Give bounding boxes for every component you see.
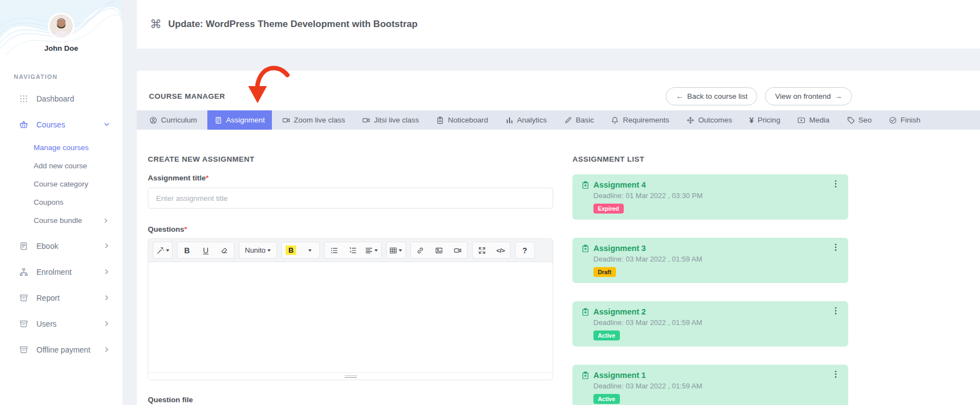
status-badge: Expired bbox=[593, 204, 624, 214]
editor-resize-handle[interactable] bbox=[148, 372, 553, 380]
move-icon bbox=[687, 116, 694, 124]
sub-item-label: Manage courses bbox=[34, 143, 89, 152]
sidebar-item-manage-courses[interactable]: Manage courses bbox=[0, 138, 122, 157]
numbered-list-icon bbox=[349, 247, 357, 254]
tab-pricing[interactable]: ¥ Pricing bbox=[742, 110, 788, 130]
sidebar-nav: Dashboard Courses Manage courses Add new… bbox=[0, 86, 122, 363]
tab-media[interactable]: Media bbox=[790, 110, 837, 130]
kebab-menu-icon[interactable]: ⋮ bbox=[832, 179, 840, 188]
tab-basic[interactable]: Basic bbox=[557, 110, 601, 130]
required-asterisk: * bbox=[206, 174, 208, 182]
assignment-title-input[interactable] bbox=[148, 188, 553, 209]
chevron-right-icon bbox=[103, 242, 110, 249]
table-dropdown[interactable] bbox=[387, 242, 405, 258]
tab-assignment[interactable]: Assignment bbox=[207, 110, 272, 130]
insert-picture-button[interactable] bbox=[430, 242, 448, 258]
magic-wand-icon bbox=[157, 247, 164, 254]
course-manager-tabs: Curriculum Assignment Zoom live class Ji… bbox=[137, 110, 980, 130]
book-icon bbox=[19, 242, 28, 251]
bar-chart-icon bbox=[506, 116, 513, 124]
tab-label: Jitsi live class bbox=[374, 116, 419, 124]
table-group bbox=[386, 242, 406, 259]
status-badge: Active bbox=[593, 331, 620, 340]
sub-item-label: Course bundle bbox=[34, 216, 82, 225]
help-button[interactable]: ? bbox=[516, 242, 534, 258]
paragraph-align-dropdown[interactable] bbox=[362, 242, 381, 258]
header-gap bbox=[137, 49, 980, 71]
insert-link-button[interactable] bbox=[411, 242, 430, 258]
align-icon bbox=[365, 247, 373, 254]
video-icon bbox=[282, 116, 290, 124]
assignment-card: Assignment 1 Deadline: 03 Mar 2022 , 01:… bbox=[572, 365, 848, 405]
kebab-menu-icon[interactable]: ⋮ bbox=[832, 370, 840, 378]
create-assignment-section: CREATE NEW ASSIGNMENT Assignment title* … bbox=[148, 155, 553, 405]
journal-icon bbox=[215, 116, 222, 124]
insert-video-button[interactable] bbox=[448, 242, 467, 258]
tab-finish[interactable]: Finish bbox=[882, 110, 928, 130]
assignment-title: Assignment 4 bbox=[581, 180, 839, 189]
tab-label: Finish bbox=[901, 116, 920, 124]
table-icon bbox=[389, 247, 397, 254]
sidebar-item-courses[interactable]: Courses bbox=[0, 111, 122, 137]
sidebar-item-label: Enrolment bbox=[36, 268, 72, 276]
question-mark-icon: ? bbox=[522, 246, 527, 255]
command-icon: ⌘ bbox=[150, 18, 162, 31]
courses-submenu: Manage courses Add new course Course cat… bbox=[0, 137, 122, 233]
sidebar-item-report[interactable]: Report bbox=[0, 285, 122, 311]
unordered-list-button[interactable] bbox=[325, 242, 344, 258]
sidebar-item-offline-payment[interactable]: Offline payment bbox=[0, 337, 122, 363]
sidebar-item-coupons[interactable]: Coupons bbox=[0, 193, 122, 211]
kebab-menu-icon[interactable]: ⋮ bbox=[832, 306, 840, 315]
fullscreen-icon bbox=[478, 247, 486, 254]
bold-icon: B bbox=[184, 246, 190, 255]
assignment-deadline: Deadline: 03 Mar 2022 , 01:59 AM bbox=[593, 255, 839, 263]
kebab-menu-icon[interactable]: ⋮ bbox=[832, 243, 840, 251]
bullet-list-icon bbox=[330, 247, 338, 254]
sidebar-item-users[interactable]: Users bbox=[0, 311, 122, 337]
sidebar-item-course-bundle[interactable]: Course bundle bbox=[0, 211, 122, 230]
font-family-dropdown[interactable]: Nunito bbox=[239, 242, 276, 258]
fullscreen-button[interactable] bbox=[473, 242, 491, 258]
back-button-label: Back to course list bbox=[687, 92, 748, 100]
magic-style-button[interactable] bbox=[153, 242, 172, 258]
tab-analytics[interactable]: Analytics bbox=[499, 110, 554, 130]
header-actions: ← Back to course list View on frontend → bbox=[666, 87, 852, 105]
status-badge: Draft bbox=[593, 267, 616, 277]
clear-format-button[interactable] bbox=[215, 242, 234, 258]
sidebar-item-label: Offline payment bbox=[36, 345, 90, 354]
user-circle-icon bbox=[149, 116, 157, 124]
bold-button[interactable]: B bbox=[178, 242, 196, 258]
caret-down-icon bbox=[374, 249, 378, 252]
code-view-button[interactable]: </> bbox=[491, 242, 510, 258]
text-color-button[interactable]: B bbox=[282, 242, 301, 258]
tab-label: Seo bbox=[859, 116, 872, 124]
sidebar-item-enrolment[interactable]: Enrolment bbox=[0, 259, 122, 285]
tab-label: Zoom live class bbox=[294, 116, 345, 124]
caret-down-icon bbox=[166, 249, 169, 252]
sidebar-item-add-new-course[interactable]: Add new course bbox=[0, 157, 122, 175]
tab-curriculum[interactable]: Curriculum bbox=[142, 110, 204, 130]
tab-label: Media bbox=[809, 116, 829, 124]
underline-button[interactable]: U bbox=[196, 242, 215, 258]
tab-seo[interactable]: Seo bbox=[840, 110, 879, 130]
tab-outcomes[interactable]: Outcomes bbox=[679, 110, 740, 130]
tab-requirements[interactable]: Requirements bbox=[604, 110, 676, 130]
font-color-icon: B bbox=[286, 246, 296, 255]
back-to-course-list-button[interactable]: ← Back to course list bbox=[666, 87, 757, 105]
tab-jitsi-live-class[interactable]: Jitsi live class bbox=[355, 110, 426, 130]
sidebar-item-course-category[interactable]: Course category bbox=[0, 175, 122, 193]
ordered-list-button[interactable] bbox=[344, 242, 362, 258]
clipboard-plus-icon bbox=[581, 244, 590, 253]
tab-label: Requirements bbox=[623, 116, 669, 124]
view-on-frontend-button[interactable]: View on frontend → bbox=[765, 87, 852, 105]
sidebar-item-dashboard[interactable]: Dashboard bbox=[0, 86, 122, 111]
tab-zoom-live-class[interactable]: Zoom live class bbox=[275, 110, 352, 130]
sidebar-item-ebook[interactable]: Ebook bbox=[0, 233, 122, 259]
sitemap-icon bbox=[19, 268, 28, 276]
color-dropdown[interactable] bbox=[301, 242, 319, 258]
tab-noticeboard[interactable]: Noticeboard bbox=[429, 110, 495, 130]
editor-content-area[interactable] bbox=[148, 262, 553, 372]
media-icon bbox=[797, 116, 805, 124]
assignment-name: Assignment 1 bbox=[593, 371, 646, 380]
sub-item-label: Add new course bbox=[34, 162, 87, 170]
